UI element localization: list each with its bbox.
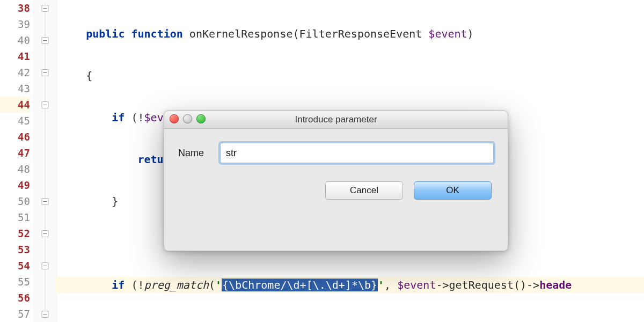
line-number: 50 — [0, 193, 30, 209]
line-number: 43 — [0, 80, 30, 97]
fold-mark-icon[interactable] — [42, 101, 49, 108]
fold-mark-icon[interactable] — [42, 69, 49, 76]
line-number: 57 — [0, 306, 30, 322]
code-line — [56, 319, 644, 322]
line-number: 45 — [0, 113, 30, 129]
line-number: 39 — [0, 16, 30, 32]
line-number: 54 — [0, 258, 30, 274]
fold-mark-icon[interactable] — [42, 262, 49, 269]
line-number: 48 — [0, 161, 30, 177]
line-number-gutter: 38 39 40 41 42 43 44 45 46 47 48 49 50 5… — [0, 0, 33, 322]
code-selection: {\bChrome/\d+[\.\d+]*\b} — [222, 279, 378, 291]
fold-mark-icon[interactable] — [42, 311, 49, 318]
fold-mark-icon[interactable] — [42, 198, 49, 205]
line-number: 49 — [0, 177, 30, 193]
fold-mark-icon[interactable] — [42, 37, 49, 44]
line-number: 44 — [0, 97, 30, 113]
name-label: Name — [178, 148, 210, 159]
line-number: 38 — [0, 0, 30, 16]
zoom-icon[interactable] — [196, 114, 206, 123]
line-number: 47 — [0, 145, 30, 161]
dialog-title: Introduce parameter — [295, 114, 377, 125]
line-number: 52 — [0, 225, 30, 241]
code-line: { — [56, 68, 644, 84]
ok-button[interactable]: OK — [414, 181, 492, 200]
fold-gutter — [33, 0, 57, 322]
window-controls — [170, 114, 206, 123]
line-number: 51 — [0, 209, 30, 225]
line-number: 40 — [0, 32, 30, 48]
code-line-highlighted: if (!preg_match('{\bChrome/\d+[\.\d+]*\b… — [56, 277, 644, 293]
line-number: 55 — [0, 274, 30, 290]
line-number: 41 — [0, 48, 30, 64]
name-input[interactable] — [220, 143, 494, 163]
fold-mark-icon[interactable] — [42, 5, 49, 12]
line-number: 53 — [0, 241, 30, 258]
line-number: 46 — [0, 129, 30, 145]
fold-mark-icon[interactable] — [42, 230, 49, 237]
code-editor: 38 39 40 41 42 43 44 45 46 47 48 49 50 5… — [0, 0, 644, 322]
line-number: 42 — [0, 64, 30, 80]
cancel-button[interactable]: Cancel — [325, 181, 403, 200]
introduce-parameter-dialog: Introduce parameter Name Cancel OK — [164, 111, 508, 251]
line-number: 56 — [0, 290, 30, 306]
dialog-titlebar[interactable]: Introduce parameter — [164, 111, 508, 129]
minimize-icon[interactable] — [183, 114, 192, 123]
code-line: public function onKernelResponse(FilterR… — [56, 26, 644, 42]
close-icon[interactable] — [170, 114, 179, 123]
